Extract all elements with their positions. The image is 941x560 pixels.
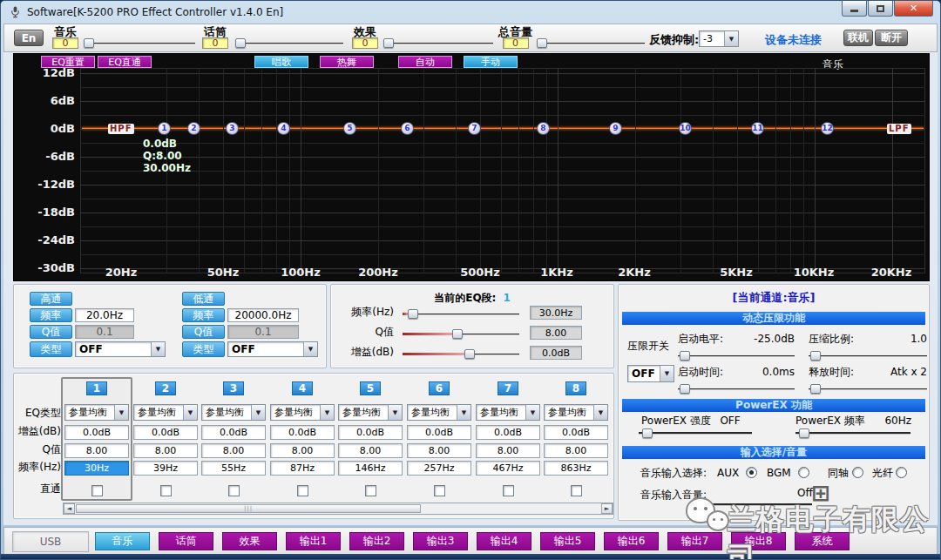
chevron-down-icon[interactable]: ▼	[303, 342, 317, 356]
channel-tab-12[interactable]: 系统	[795, 532, 850, 550]
input-option-coaxial-radio[interactable]	[852, 467, 863, 478]
bypass-checkbox-6[interactable]	[434, 485, 445, 496]
channel-tab-10[interactable]: 输出7	[667, 532, 722, 550]
music-slider[interactable]	[84, 37, 195, 49]
gain-cell[interactable]: 0.0dB	[544, 425, 608, 440]
lpf-marker[interactable]: LPF	[887, 124, 911, 134]
input-option-optical-radio[interactable]	[896, 467, 907, 478]
q-cell[interactable]: 8.00	[201, 443, 266, 458]
bypass-checkbox-1[interactable]	[91, 485, 103, 496]
preset-dance-button[interactable]: 热舞	[320, 56, 374, 68]
slider-thumb[interactable]	[642, 428, 653, 438]
eq-point-4[interactable]: 4	[277, 122, 290, 135]
lowpass-freq-value[interactable]: 20000.0Hz	[227, 308, 299, 322]
slider-thumb[interactable]	[452, 329, 463, 339]
eq-point-7[interactable]: 7	[468, 122, 481, 135]
channel-tab-2[interactable]: 话筒	[159, 532, 213, 550]
bypass-checkbox-2[interactable]	[160, 485, 172, 496]
mode-manual-button[interactable]: 手动	[464, 56, 518, 68]
chevron-down-icon[interactable]: ▼	[114, 405, 128, 420]
eq-point-1[interactable]: 1	[158, 122, 171, 135]
eq-type-select-3[interactable]: 参量均衡▼	[201, 404, 266, 421]
gain-cell[interactable]: 0.0dB	[201, 425, 266, 440]
freq-cell[interactable]: 257Hz	[407, 461, 471, 476]
powerex-freq-slider[interactable]	[795, 428, 911, 439]
eq-point-8[interactable]: 8	[537, 122, 550, 135]
chevron-down-icon[interactable]: ▼	[251, 405, 265, 420]
band-column-header-7[interactable]: 7	[498, 381, 518, 395]
minimize-button[interactable]	[842, 1, 867, 17]
q-cell[interactable]: 8.00	[338, 443, 403, 458]
channel-tab-3[interactable]: 效果	[222, 532, 277, 550]
slider-thumb[interactable]	[680, 351, 690, 361]
channel-tab-4[interactable]: 输出1	[286, 532, 341, 550]
scrollbar-thumb[interactable]: |||	[76, 504, 421, 513]
lowpass-type-select[interactable]: OFF ▼	[227, 341, 318, 357]
eq-type-select-7[interactable]: 参量均衡▼	[476, 404, 540, 421]
slider-thumb[interactable]	[694, 500, 705, 509]
scroll-right-icon[interactable]: ►	[601, 503, 613, 514]
input-option-bgm-radio[interactable]	[798, 467, 809, 478]
bypass-checkbox-7[interactable]	[503, 485, 514, 496]
channel-tab-7[interactable]: 输出4	[477, 532, 531, 550]
eq-type-select-8[interactable]: 参量均衡▼	[544, 404, 608, 421]
freq-cell[interactable]: 30Hz	[64, 461, 129, 476]
chevron-down-icon[interactable]: ▼	[151, 342, 165, 356]
scroll-left-icon[interactable]: ◄	[64, 503, 75, 514]
bypass-checkbox-5[interactable]	[365, 485, 376, 496]
freq-cell[interactable]: 39Hz	[133, 461, 198, 476]
freq-cell[interactable]: 467Hz	[476, 461, 540, 476]
chevron-down-icon[interactable]: ▼	[660, 366, 674, 381]
highpass-freq-value[interactable]: 20.0Hz	[75, 308, 134, 322]
channel-tab-5[interactable]: 输出2	[349, 532, 404, 550]
slider-thumb[interactable]	[810, 351, 821, 361]
freq-cell[interactable]: 146Hz	[338, 461, 403, 476]
eq-point-9[interactable]: 9	[609, 122, 622, 135]
eq-point-11[interactable]: 11	[751, 122, 764, 135]
q-cell[interactable]: 8.00	[64, 443, 129, 458]
input-option-aux-radio[interactable]	[746, 467, 757, 478]
q-cell[interactable]: 8.00	[544, 443, 608, 458]
band-column-header-6[interactable]: 6	[429, 381, 450, 395]
q-cell[interactable]: 8.00	[476, 443, 540, 458]
q-cell[interactable]: 8.00	[407, 443, 471, 458]
music-value-box[interactable]: 0	[52, 37, 78, 49]
gain-cell[interactable]: 0.0dB	[64, 425, 129, 440]
chevron-down-icon[interactable]: ▼	[457, 405, 470, 420]
mode-auto-button[interactable]: 自动	[398, 56, 452, 68]
mic-slider[interactable]	[235, 37, 343, 49]
bypass-checkbox-4[interactable]	[297, 485, 308, 496]
master-volume-slider[interactable]	[537, 37, 645, 49]
eq-point-3[interactable]: 3	[226, 122, 239, 135]
feedback-suppression-select[interactable]: -3 ▼	[699, 30, 739, 47]
highpass-type-select[interactable]: OFF ▼	[75, 341, 166, 357]
eq-type-select-4[interactable]: 参量均衡▼	[270, 404, 335, 421]
chevron-down-icon[interactable]: ▼	[183, 405, 197, 420]
attack-time-slider[interactable]	[678, 383, 795, 395]
eq-point-12[interactable]: 12	[821, 122, 834, 135]
eq-type-select-1[interactable]: 参量均衡▼	[64, 404, 129, 421]
close-button[interactable]: ✕	[894, 1, 933, 17]
eq-bypass-button[interactable]: EQ直通	[98, 56, 152, 68]
bypass-checkbox-3[interactable]	[228, 485, 240, 496]
eq-point-6[interactable]: 6	[401, 122, 414, 135]
band-column-header-2[interactable]: 2	[155, 381, 176, 395]
slider-thumb[interactable]	[799, 428, 809, 438]
effect-value-box[interactable]: 0	[352, 37, 378, 49]
channel-tab-1[interactable]: 音乐	[95, 532, 150, 550]
eq-reset-button[interactable]: EQ重置	[41, 56, 95, 68]
mic-value-box[interactable]: 0	[202, 37, 228, 49]
ratio-slider[interactable]	[809, 350, 927, 361]
channel-tab-11[interactable]: 输出8	[731, 532, 786, 550]
eq-type-select-2[interactable]: 参量均衡▼	[133, 404, 198, 421]
disconnect-button[interactable]: 断开	[875, 30, 908, 46]
horizontal-scrollbar[interactable]: ◄ ||| ►	[63, 503, 613, 515]
slider-thumb[interactable]	[408, 309, 418, 319]
band-column-header-5[interactable]: 5	[360, 381, 381, 395]
band-freq-slider[interactable]	[403, 308, 519, 320]
band-column-header-3[interactable]: 3	[223, 381, 244, 395]
freq-cell[interactable]: 87Hz	[270, 461, 335, 476]
slider-thumb[interactable]	[84, 38, 94, 48]
language-button[interactable]: En	[14, 30, 44, 46]
freq-cell[interactable]: 55Hz	[201, 461, 266, 476]
